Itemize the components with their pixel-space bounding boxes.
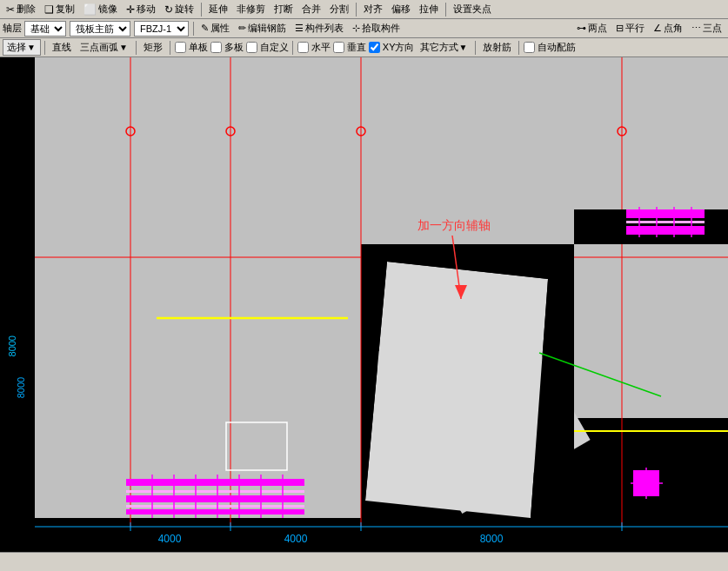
separator-3	[445, 3, 446, 17]
toolbar-row-1: ✂ 删除 ❑ 复制 ⬜ 镜像 ✛ 移动 ↻ 旋转 延伸 非修剪 打断 合并	[0, 0, 728, 19]
auto-rebar-checkbox[interactable]	[524, 42, 535, 53]
svg-text:4000: 4000	[284, 533, 308, 545]
split-button[interactable]: 分割	[326, 2, 352, 17]
twopoint-icon: ⊶	[577, 23, 586, 34]
rect-button[interactable]: 矩形	[140, 40, 166, 55]
sep-t3-6	[518, 41, 519, 55]
toolbar-row-2: 轴层 基础 筏板主筋 FBZJ-1 ✎ 属性 ✏ 编辑钢筋 ☰ 构件列表 ⊹ 拾…	[0, 19, 728, 38]
sep-t3-3	[170, 41, 170, 55]
edit-rebar-button[interactable]: ✏ 编辑钢筋	[235, 21, 290, 36]
move-icon: ✛	[126, 3, 135, 16]
svg-rect-38	[626, 221, 705, 223]
mirror-button[interactable]: ⬜ 镜像	[80, 2, 121, 17]
custom-checkbox[interactable]	[246, 42, 257, 53]
edit-rebar-icon: ✏	[238, 23, 246, 34]
svg-text:4000: 4000	[158, 533, 182, 545]
svg-rect-37	[626, 209, 705, 218]
svg-text:8000: 8000	[16, 377, 26, 398]
delete-icon: ✂	[6, 3, 15, 16]
three-point-button[interactable]: ⋯ 三点	[688, 21, 725, 36]
drawing-svg: 加一方向辅轴 4000 4000 8000 8000 X Y	[0, 57, 728, 552]
single-board-checkbox[interactable]	[175, 42, 186, 53]
vertical-label: 垂直	[347, 41, 366, 54]
mirror-icon: ⬜	[83, 3, 97, 16]
align-button[interactable]: 对齐	[360, 2, 386, 17]
line-button[interactable]: 直线	[49, 40, 75, 55]
svg-rect-2	[574, 57, 728, 209]
layer-select[interactable]: 基础	[24, 21, 66, 37]
parallel-button[interactable]: ⊟ 平行	[612, 21, 648, 36]
layer-label: 轴层	[3, 22, 22, 35]
point-angle-button[interactable]: ∠ 点角	[650, 21, 686, 36]
arc-button[interactable]: 三点画弧 ▼	[77, 40, 132, 55]
threepoint-icon: ⋯	[691, 23, 701, 34]
separator-1	[201, 3, 202, 17]
xy-direction-checkbox[interactable]	[369, 42, 380, 53]
rotate-icon: ↻	[164, 3, 173, 16]
vertical-checkbox[interactable]	[333, 42, 344, 53]
select-arrow: ▼	[27, 43, 36, 52]
select-button[interactable]: 选择 ▼	[3, 39, 41, 56]
sep-t3-2	[136, 41, 137, 55]
break-button[interactable]: 打断	[270, 2, 297, 17]
other-arrow: ▼	[459, 43, 468, 52]
svg-rect-4	[574, 244, 728, 418]
move-button[interactable]: ✛ 移动	[123, 2, 159, 17]
delete-button[interactable]: ✂ 删除	[3, 2, 39, 17]
svg-rect-39	[626, 226, 705, 235]
rotate-button[interactable]: ↻ 旋转	[161, 2, 197, 17]
sep-t3-1	[44, 41, 45, 55]
copy-button[interactable]: ❑ 复制	[41, 2, 78, 17]
properties-button[interactable]: ✎ 属性	[197, 21, 233, 36]
separator-t2-1	[193, 22, 194, 36]
xy-direction-label: XY方向	[383, 41, 415, 54]
custom-label: 自定义	[260, 41, 289, 54]
component-list-button[interactable]: ☰ 构件列表	[291, 21, 347, 36]
offset-button[interactable]: 偏移	[388, 2, 414, 17]
notrim-button[interactable]: 非修剪	[233, 2, 269, 17]
setgrip-button[interactable]: 设置夹点	[450, 2, 495, 17]
sep-t3-4	[292, 41, 293, 55]
arc-arrow: ▼	[119, 43, 128, 52]
single-board-label: 单板	[189, 41, 208, 54]
horizontal-label: 水平	[311, 41, 331, 54]
pointangle-icon: ∠	[653, 23, 662, 34]
separator-2	[356, 3, 357, 17]
horizontal-checkbox[interactable]	[297, 42, 309, 53]
multi-board-checkbox[interactable]	[210, 42, 222, 53]
multi-board-label: 多板	[224, 41, 244, 54]
auto-rebar-label: 自动配筋	[538, 41, 576, 54]
parallel-icon: ⊟	[616, 23, 624, 34]
other-method-button[interactable]: 其它方式 ▼	[417, 40, 472, 55]
stretch-button[interactable]: 拉伸	[416, 2, 442, 17]
canvas-area[interactable]: 加一方向辅轴 4000 4000 8000 8000 X Y 8	[0, 57, 728, 552]
list-icon: ☰	[295, 23, 304, 34]
svg-text:加一方向辅轴: 加一方向辅轴	[417, 218, 491, 232]
toolbar-row-3: 选择 ▼ 直线 三点画弧 ▼ 矩形 单板 多板 自定义 水平 垂直 XY方向 其…	[0, 38, 728, 57]
type-select[interactable]: 筏板主筋	[70, 21, 130, 37]
two-point-button[interactable]: ⊶ 两点	[573, 21, 611, 36]
radial-rebar-button[interactable]: 放射筋	[479, 40, 515, 55]
extend-button[interactable]: 延伸	[205, 2, 231, 17]
code-select[interactable]: FBZJ-1	[134, 21, 189, 37]
pick-component-button[interactable]: ⊹ 拾取构件	[349, 21, 404, 36]
status-bar	[0, 552, 728, 571]
merge-button[interactable]: 合并	[298, 2, 324, 17]
copy-icon: ❑	[44, 3, 54, 16]
svg-marker-8	[365, 262, 548, 518]
sep-t3-5	[475, 41, 476, 55]
properties-icon: ✎	[201, 23, 209, 34]
svg-text:8000: 8000	[480, 533, 504, 545]
pick-icon: ⊹	[352, 23, 360, 34]
